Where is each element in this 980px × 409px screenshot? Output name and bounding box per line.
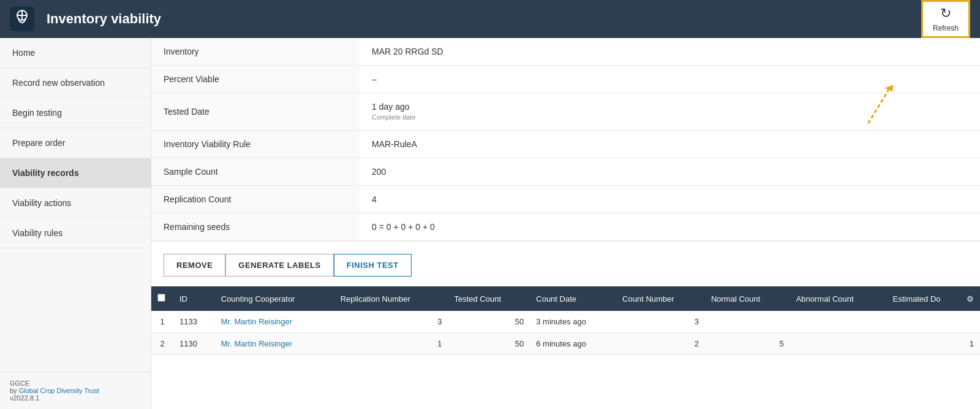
sidebar-item-prepare-order[interactable]: Prepare order (0, 128, 151, 158)
detail-row-replication-count: Replication Count 4 (151, 186, 980, 213)
sidebar-item-viability-actions[interactable]: Viability actions (0, 188, 151, 218)
row-checkbox-cell: 1 (151, 311, 173, 333)
detail-label-replication-count: Replication Count (151, 186, 360, 213)
detail-label-inventory: Inventory (151, 38, 360, 66)
top-header: Inventory viability ↻ Refresh (0, 0, 980, 38)
row-count-number: 2 (616, 333, 705, 355)
row-cooperator[interactable]: Mr. Martin Reisinger (215, 333, 334, 355)
detail-label-percent-viable: Percent Viable (151, 66, 360, 93)
row-checkbox-cell: 2 (151, 333, 173, 355)
detail-table: Inventory MAR 20 RRGd SD Percent Viable … (151, 38, 980, 241)
col-header-estimated-do: Estimated Do ⚙ (886, 286, 980, 311)
row-count-date: 3 minutes ago (530, 311, 616, 333)
action-buttons: REMOVE GENERATE LABELS FINISH TEST (151, 241, 980, 286)
org-link[interactable]: Global Crop Diversity Trust (19, 387, 99, 394)
version-label: v2022.8.1 (10, 394, 39, 402)
col-header-replication-number: Replication Number (334, 286, 448, 311)
sidebar: Home Record new observation Begin testin… (0, 38, 151, 409)
table-header-checkbox (151, 286, 173, 311)
col-header-count-date: Count Date (530, 286, 616, 311)
detail-row-percent-viable: Percent Viable – (151, 66, 980, 93)
row-tested-count: 50 (448, 333, 530, 355)
col-header-count-number: Count Number (616, 286, 705, 311)
detail-value-remaining-seeds: 0 = 0 + 0 + 0 + 0 (360, 213, 980, 241)
row-count-date: 6 minutes ago (530, 333, 616, 355)
main-layout: Home Record new observation Begin testin… (0, 38, 980, 409)
row-estimated-do (886, 311, 980, 333)
remove-button[interactable]: REMOVE (164, 254, 225, 277)
sidebar-item-begin-testing[interactable]: Begin testing (0, 98, 151, 128)
sidebar-item-viability-records[interactable]: Viability records (0, 158, 151, 188)
row-abnormal-count (790, 333, 887, 355)
row-abnormal-count (790, 311, 887, 333)
detail-value-sample-count: 200 (360, 158, 980, 186)
detail-value-replication-count: 4 (360, 186, 980, 213)
col-header-abnormal-count: Abnormal Count (790, 286, 887, 311)
app-logo (10, 7, 34, 31)
page-title: Inventory viability (47, 11, 921, 27)
col-header-counting-cooperator: Counting Cooperator (215, 286, 334, 311)
refresh-icon: ↻ (940, 6, 951, 21)
row-replication-number: 1 (334, 333, 448, 355)
sidebar-footer: GGCE by Global Crop Diversity Trust v202… (0, 372, 151, 409)
row-id: 1133 (173, 311, 215, 333)
table-row: 1 1133 Mr. Martin Reisinger 3 50 3 minut… (151, 311, 980, 333)
org-name: GGCE (10, 380, 29, 387)
detail-label-tested-date: Tested Date (151, 93, 360, 131)
sidebar-item-viability-rules[interactable]: Viability rules (0, 218, 151, 248)
settings-icon[interactable]: ⚙ (967, 294, 974, 304)
row-normal-count: 5 (705, 333, 790, 355)
detail-row-remaining-seeds: Remaining seeds 0 = 0 + 0 + 0 + 0 (151, 213, 980, 241)
data-table: ID Counting Cooperator Replication Numbe… (151, 286, 980, 355)
detail-row-sample-count: Sample Count 200 (151, 158, 980, 186)
by-label: by (10, 387, 17, 394)
finish-test-button[interactable]: FINISH TEST (334, 254, 412, 277)
detail-row-inventory: Inventory MAR 20 RRGd SD (151, 38, 980, 66)
svg-line-4 (860, 90, 897, 124)
table-row: 2 1130 Mr. Martin Reisinger 1 50 6 minut… (151, 333, 980, 355)
select-all-checkbox[interactable] (157, 294, 165, 302)
data-table-container: ID Counting Cooperator Replication Numbe… (151, 286, 980, 355)
detail-label-sample-count: Sample Count (151, 158, 360, 186)
content-area: Inventory MAR 20 RRGd SD Percent Viable … (151, 38, 980, 409)
generate-labels-button[interactable]: GENERATE LABELS (225, 254, 333, 277)
col-header-tested-count: Tested Count (448, 286, 530, 311)
row-estimated-do: 1 (886, 333, 980, 355)
svg-marker-5 (884, 85, 895, 94)
refresh-button[interactable]: ↻ Refresh (921, 0, 970, 38)
row-normal-count (705, 311, 790, 333)
detail-label-viability-rule: Inventory Viability Rule (151, 131, 360, 158)
detail-row-viability-rule: Inventory Viability Rule MAR-RuleA (151, 131, 980, 158)
detail-value-inventory[interactable]: MAR 20 RRGd SD (360, 38, 980, 66)
detail-value-viability-rule[interactable]: MAR-RuleA (360, 131, 980, 158)
sidebar-item-record-new-observation[interactable]: Record new observation (0, 68, 151, 98)
row-id: 1130 (173, 333, 215, 355)
detail-label-remaining-seeds: Remaining seeds (151, 213, 360, 241)
row-count-number: 3 (616, 311, 705, 333)
col-header-id: ID (173, 286, 215, 311)
row-cooperator[interactable]: Mr. Martin Reisinger (215, 311, 334, 333)
row-replication-number: 3 (334, 311, 448, 333)
refresh-label: Refresh (933, 24, 959, 32)
row-tested-count: 50 (448, 311, 530, 333)
sidebar-item-home[interactable]: Home (0, 38, 151, 68)
col-header-normal-count: Normal Count (705, 286, 790, 311)
